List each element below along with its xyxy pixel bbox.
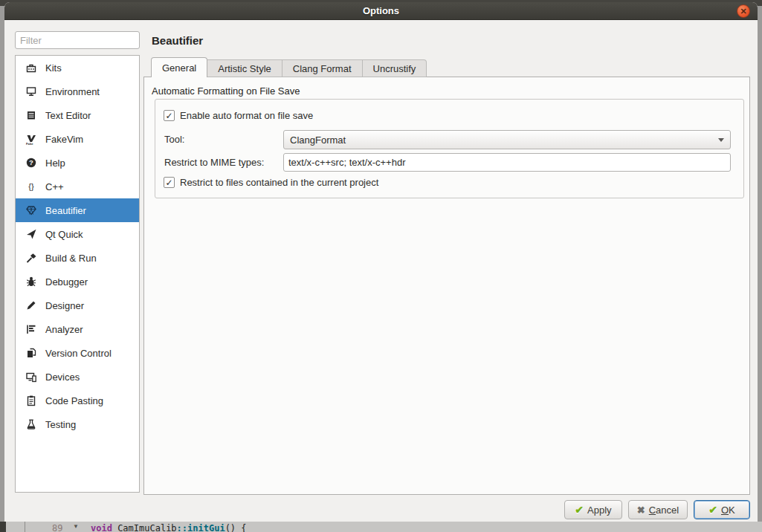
sidebar-item-version-control[interactable]: Version Control	[16, 341, 139, 365]
sidebar-item-label: Testing	[45, 419, 76, 430]
fakevim-icon: Fake	[25, 133, 37, 145]
sidebar-category-list: Kits Environment Text Editor Fake FakeVi…	[15, 55, 140, 493]
sidebar-item-environment[interactable]: Environment	[16, 80, 139, 103]
page-title: Beautifier	[152, 34, 203, 47]
svg-text:Fake: Fake	[26, 142, 33, 146]
checkmark-icon: ✓	[165, 111, 172, 120]
tab-label: Uncrustify	[373, 63, 416, 74]
tab-uncrustify[interactable]: Uncrustify	[363, 59, 427, 77]
enable-auto-format-checkbox[interactable]: ✓	[164, 110, 175, 121]
svg-text:{}: {}	[28, 182, 34, 191]
sidebar-item-label: Environment	[45, 86, 100, 97]
analyzer-icon	[25, 323, 37, 335]
sidebar-item-text-editor[interactable]: Text Editor	[16, 103, 139, 127]
sidebar-item-label: Help	[45, 158, 65, 169]
sidebar-item-analyzer[interactable]: Analyzer	[16, 317, 139, 341]
sidebar-item-build-run[interactable]: Build & Run	[16, 246, 139, 270]
editor-sidebar-edge	[0, 522, 6, 532]
environment-icon	[25, 85, 37, 97]
mime-types-input[interactable]	[283, 153, 731, 172]
tab-clang-format[interactable]: Clang Format	[282, 59, 363, 77]
build-run-icon	[25, 252, 37, 264]
sidebar-item-label: FakeVim	[45, 134, 83, 145]
sidebar-item-label: Beautifier	[45, 205, 86, 216]
debugger-icon	[25, 276, 37, 288]
restrict-project-checkbox[interactable]: ✓	[164, 177, 175, 188]
tool-label: Tool:	[164, 134, 184, 145]
sidebar-item-cpp[interactable]: {} C++	[16, 175, 139, 198]
apply-button[interactable]: ✔Apply	[564, 500, 622, 519]
x-icon: ✖	[637, 505, 645, 516]
devices-icon	[25, 371, 37, 383]
close-glyph: ✕	[740, 7, 746, 16]
text-editor-icon	[25, 109, 37, 121]
options-dialog: Options ✕ Kits Environment Text Editor F…	[4, 2, 758, 522]
sidebar-item-designer[interactable]: Designer	[16, 293, 139, 317]
kits-icon	[25, 62, 37, 74]
sidebar-item-fakevim[interactable]: Fake FakeVim	[16, 127, 139, 151]
fold-marker-icon[interactable]: ▼	[73, 523, 79, 530]
code-pasting-icon	[25, 395, 37, 406]
ok-label: OK	[721, 505, 735, 516]
ok-button[interactable]: ✔OK	[694, 500, 750, 519]
tool-select[interactable]: ClangFormat	[283, 130, 731, 149]
help-icon: ?	[25, 157, 37, 169]
enable-auto-format-row: ✓ Enable auto format on file save	[164, 110, 313, 121]
window-title: Options	[363, 5, 399, 16]
svg-text:?: ?	[29, 158, 33, 166]
checkmark-icon: ✓	[165, 178, 172, 187]
sidebar-item-label: Devices	[45, 372, 80, 383]
group-title: Automatic Formatting on File Save	[152, 85, 300, 97]
cancel-button[interactable]: ✖Cancel	[628, 500, 688, 519]
sidebar-item-beautifier[interactable]: Beautifier	[16, 198, 139, 222]
sidebar-item-label: Text Editor	[45, 110, 91, 121]
tab-general[interactable]: General	[151, 57, 207, 77]
sidebar-item-label: Analyzer	[45, 324, 83, 335]
sidebar-item-label: Kits	[45, 62, 62, 74]
tab-label: Clang Format	[293, 63, 352, 74]
line-number: 89	[52, 523, 62, 532]
code-line: void CamImuCalib::initGui() {	[91, 523, 247, 532]
sidebar-item-label: Designer	[45, 300, 84, 311]
check-icon: ✔	[575, 504, 584, 516]
sidebar-item-label: C++	[45, 181, 64, 192]
sidebar-item-label: Version Control	[45, 348, 112, 359]
tab-label: Artistic Style	[218, 63, 271, 74]
cpp-icon: {}	[25, 181, 37, 192]
filter-input[interactable]	[15, 31, 140, 49]
testing-icon	[25, 418, 37, 430]
sidebar-item-devices[interactable]: Devices	[16, 365, 139, 389]
designer-icon	[25, 299, 37, 311]
beautifier-icon	[25, 204, 37, 216]
sidebar-item-qt-quick[interactable]: Qt Quick	[16, 222, 139, 246]
sidebar-item-label: Debugger	[45, 276, 88, 288]
check-icon: ✔	[708, 504, 717, 516]
mime-types-label: Restrict to MIME types:	[164, 157, 264, 168]
sidebar-item-label: Code Pasting	[45, 395, 103, 406]
sidebar-item-code-pasting[interactable]: Code Pasting	[16, 389, 139, 412]
sidebar-item-help[interactable]: ? Help	[16, 151, 139, 175]
enable-auto-format-label: Enable auto format on file save	[180, 110, 313, 121]
sidebar-item-debugger[interactable]: Debugger	[16, 270, 139, 293]
auto-format-group-box: ✓ Enable auto format on file save Tool: …	[155, 99, 744, 198]
qt-quick-icon	[25, 228, 37, 240]
editor-gutter-divider	[25, 522, 25, 532]
tab-bar: General Artistic Style Clang Format Uncr…	[151, 57, 427, 77]
background-code-editor[interactable]: 89 ▼ void CamImuCalib::initGui() {	[0, 522, 762, 532]
sidebar-item-label: Qt Quick	[45, 229, 83, 240]
cancel-label: Cancel	[649, 505, 679, 516]
version-control-icon	[25, 347, 37, 359]
close-icon[interactable]: ✕	[737, 4, 750, 18]
titlebar[interactable]: Options ✕	[4, 2, 758, 20]
sidebar-item-kits[interactable]: Kits	[16, 56, 139, 80]
chevron-down-icon	[718, 138, 724, 142]
tool-selected-value: ClangFormat	[290, 134, 718, 146]
tab-label: General	[162, 62, 196, 74]
tab-artistic-style[interactable]: Artistic Style	[207, 59, 282, 77]
sidebar-item-testing[interactable]: Testing	[16, 412, 139, 436]
apply-label: Apply	[587, 505, 612, 516]
restrict-project-row: ✓ Restrict to files contained in the cur…	[164, 177, 378, 188]
sidebar-item-label: Build & Run	[45, 253, 97, 264]
restrict-project-label: Restrict to files contained in the curre…	[180, 177, 378, 188]
screen: Options ✕ Kits Environment Text Editor F…	[0, 0, 762, 532]
